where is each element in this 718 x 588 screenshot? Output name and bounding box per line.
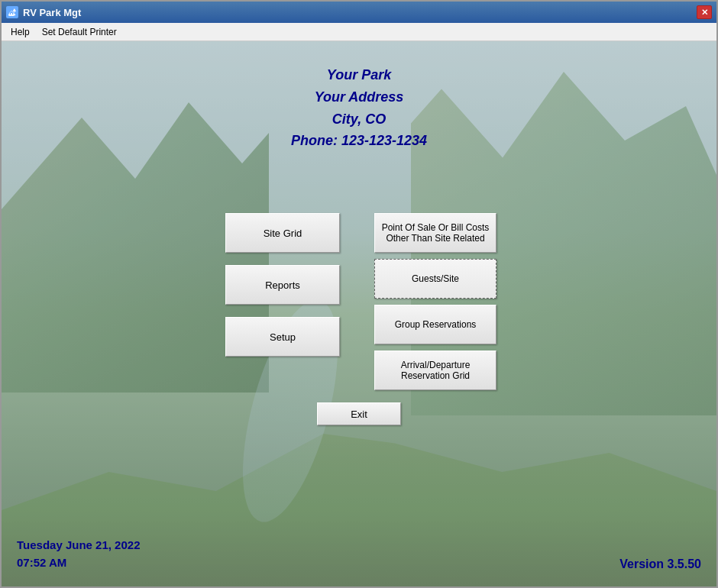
date-display: Tuesday June 21, 2022: [17, 537, 140, 554]
park-header: Your Park Your Address City, CO Phone: 1…: [291, 64, 427, 152]
title-bar-left: 🏕 RV Park Mgt: [6, 6, 81, 18]
time-display: 07:52 AM: [17, 554, 140, 572]
exit-row: Exit: [214, 402, 504, 425]
reports-button[interactable]: Reports: [225, 265, 340, 305]
menu-item-printer[interactable]: Set Default Printer: [36, 25, 123, 39]
close-button[interactable]: ✕: [697, 5, 712, 19]
exit-button[interactable]: Exit: [317, 402, 401, 425]
park-city: City, CO: [291, 108, 427, 131]
park-phone: Phone: 123-123-1234: [291, 130, 427, 152]
point-of-sale-button[interactable]: Point Of Sale Or Bill Costs Other Than S…: [374, 213, 496, 253]
left-column: Site Grid Reports Setup: [214, 213, 359, 390]
arrival-departure-button[interactable]: Arrival/Departure Reservation Grid: [374, 351, 496, 390]
guests-site-button[interactable]: Guests/Site: [374, 259, 496, 299]
site-grid-button[interactable]: Site Grid: [225, 213, 340, 253]
park-address: Your Address: [291, 86, 427, 108]
title-bar: 🏕 RV Park Mgt ✕: [2, 2, 716, 23]
version-display: Version 3.5.50: [619, 557, 701, 571]
app-icon: 🏕: [6, 6, 18, 18]
setup-button[interactable]: Setup: [225, 317, 340, 357]
right-column: Point Of Sale Or Bill Costs Other Than S…: [359, 213, 504, 390]
main-window: 🏕 RV Park Mgt ✕ Help Set Default Printer…: [0, 0, 718, 588]
window-title: RV Park Mgt: [23, 7, 81, 18]
content-layer: Your Park Your Address City, CO Phone: 1…: [2, 41, 716, 586]
group-reservations-button[interactable]: Group Reservations: [374, 305, 496, 344]
buttons-grid: Site Grid Reports Setup Point Of Sale Or…: [214, 213, 504, 390]
menu-item-help[interactable]: Help: [5, 25, 36, 39]
bottom-info: Tuesday June 21, 2022 07:52 AM: [17, 537, 140, 571]
main-content: Your Park Your Address City, CO Phone: 1…: [2, 41, 716, 586]
menu-bar: Help Set Default Printer: [2, 23, 716, 41]
park-name: Your Park: [291, 64, 427, 86]
